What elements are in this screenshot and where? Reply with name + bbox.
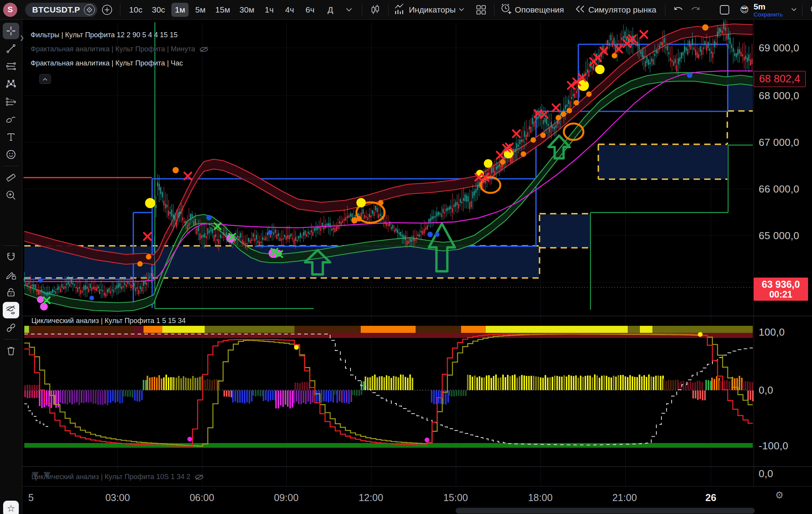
chevron-down-icon[interactable]: [342, 2, 356, 17]
orange-dot-marker: [540, 133, 546, 138]
time-axis[interactable]: 503:0006:0009:0012:0015:0018:0021:0026 ⚙: [22, 486, 812, 514]
yellow-dot-marker: [698, 332, 703, 337]
legend-cyclic-hidden-text: Циклический анализ | Культ Профита 10S 1…: [31, 473, 191, 481]
time-axis-label: 03:00: [105, 492, 130, 503]
red-x-marker: [640, 31, 647, 38]
oscillator-histogram: [24, 374, 754, 409]
timeframe-15м[interactable]: 15м: [212, 3, 233, 17]
timeframe-30с[interactable]: 30с: [149, 3, 168, 17]
symbol-add-button[interactable]: [100, 2, 114, 17]
lock-tool[interactable]: [3, 284, 19, 301]
brush-tool[interactable]: [3, 111, 19, 127]
blue-dot-marker: [206, 215, 212, 220]
candle-style-button[interactable]: [368, 2, 383, 17]
last-price-label: 68 802,4: [754, 71, 806, 87]
legend-fractal-hour[interactable]: Фрактальная аналитика | Культ Профита | …: [31, 59, 183, 67]
drawing-lock-tool[interactable]: [3, 267, 19, 283]
eye-off-icon[interactable]: [199, 46, 209, 53]
timeframe-1м[interactable]: 1м: [171, 3, 189, 17]
layout-save-button[interactable]: 😎 5m Сохранить: [740, 2, 797, 17]
divider: [120, 4, 120, 16]
price-axis-label: 68 000,0: [759, 90, 799, 102]
redo-button[interactable]: [688, 2, 703, 17]
heat-strip-segment: [294, 326, 361, 333]
orange-dot-marker: [561, 111, 566, 117]
timeframe-1ч[interactable]: 1ч: [261, 3, 278, 17]
countdown-price-label: 63 936,0 00:21: [754, 278, 808, 301]
blue-dot-marker: [38, 278, 43, 283]
divider: [4, 166, 18, 166]
symbol-switcher[interactable]: BTCUSDT.P: [25, 3, 97, 17]
red-x-marker: [513, 130, 520, 137]
emoji-tool[interactable]: [3, 146, 19, 163]
link-tool[interactable]: [3, 320, 19, 336]
crosshair-tool[interactable]: [3, 23, 19, 39]
yellow-dot-marker: [145, 198, 155, 208]
favorites-star[interactable]: ☆: [3, 501, 19, 514]
time-axis-label: 06:00: [190, 492, 214, 503]
indicators-button[interactable]: Индикаторы: [394, 4, 464, 16]
divider: [494, 4, 494, 16]
forecast-tool[interactable]: [3, 93, 19, 110]
time-axis-label: 21:00: [612, 492, 637, 503]
heat-strip-segment: [361, 326, 416, 333]
rewind-icon: [575, 5, 585, 15]
timeframe-6ч[interactable]: 6ч: [302, 3, 319, 17]
yellow-dot-marker: [356, 198, 366, 207]
blue-dot-marker: [89, 296, 94, 300]
orange-dot-marker: [378, 200, 383, 205]
zoom-in-tool[interactable]: [3, 187, 19, 203]
time-axis-label: 09:00: [274, 492, 299, 503]
red-x-marker: [144, 233, 151, 240]
price-axis-label: 66 000,0: [759, 183, 799, 195]
text-tool[interactable]: [3, 129, 19, 145]
timeframe-5м[interactable]: 5м: [192, 3, 209, 17]
avatar[interactable]: S: [3, 3, 17, 17]
price-axis-label: 65 000,0: [759, 230, 799, 242]
ruler-tool[interactable]: [3, 169, 19, 186]
orange-dot-marker: [612, 53, 617, 58]
magnet-tool[interactable]: [3, 249, 19, 265]
orange-dot-marker: [146, 254, 151, 260]
blue-dot-marker: [687, 73, 692, 78]
white-dashed-cycle-tail: [24, 404, 48, 428]
market-simulator-button[interactable]: Симулятор рынка: [575, 5, 656, 15]
quick-search-button[interactable]: [808, 2, 812, 17]
heat-strip-segment: [416, 326, 461, 333]
xabcd-pattern-tool[interactable]: [3, 76, 19, 92]
timeframe-row: 10с30с1м5м15м30м1ч4ч6чД: [126, 3, 339, 17]
eye-off-icon[interactable]: [194, 474, 204, 481]
timeframe-Д[interactable]: Д: [322, 3, 339, 17]
time-axis-label: 15:00: [443, 492, 468, 503]
divider: [388, 4, 389, 16]
timeframe-10с[interactable]: 10с: [126, 3, 145, 17]
legend-filters[interactable]: Фильтры | Культ Профита 12 2 90 5 4 4 15…: [31, 31, 178, 39]
hide-drawings-tool[interactable]: [3, 302, 19, 318]
layout-grid-button[interactable]: [474, 2, 489, 17]
legend-collapse-button[interactable]: [39, 74, 51, 84]
alerts-button[interactable]: Оповещения: [500, 3, 564, 16]
timeframe-4ч[interactable]: 4ч: [281, 3, 298, 17]
orange-dot-marker: [702, 24, 708, 31]
orange-dot-marker: [530, 137, 536, 143]
sidebar-expand-arrow[interactable]: ❯: [20, 35, 24, 41]
sunglasses-emoji-icon: 😎: [740, 5, 749, 15]
undo-button[interactable]: [671, 2, 686, 17]
chart-canvas[interactable]: [0, 0, 812, 514]
symbol-name: BTCUSDT.P: [32, 5, 80, 15]
time-scrollbar[interactable]: [456, 508, 755, 514]
legend-cyclic[interactable]: Циклический анализ | Культ Профита 1 5 1…: [31, 317, 186, 325]
orange-dot-marker: [556, 115, 561, 120]
legend-cyclic-hidden[interactable]: Циклический анализ | Культ Профита 10S 1…: [31, 473, 204, 481]
heat-strip-segment: [652, 326, 753, 333]
trend-line-tool[interactable]: [3, 40, 19, 57]
fullscreen-button[interactable]: [717, 2, 732, 17]
timeframe-30м[interactable]: 30м: [236, 3, 258, 17]
time-axis-label: 26: [705, 492, 716, 503]
price-axis[interactable]: 69 000,068 000,067 000,066 000,065 000,0…: [754, 20, 812, 486]
trash-tool[interactable]: [3, 343, 19, 359]
legend-fractal-minute[interactable]: Фрактальная аналитика | Культ Профита | …: [31, 45, 209, 53]
fib-lines-tool[interactable]: [3, 58, 19, 74]
gear-icon[interactable]: ⚙: [775, 490, 784, 501]
price-axis-label: 0,0: [759, 468, 773, 480]
